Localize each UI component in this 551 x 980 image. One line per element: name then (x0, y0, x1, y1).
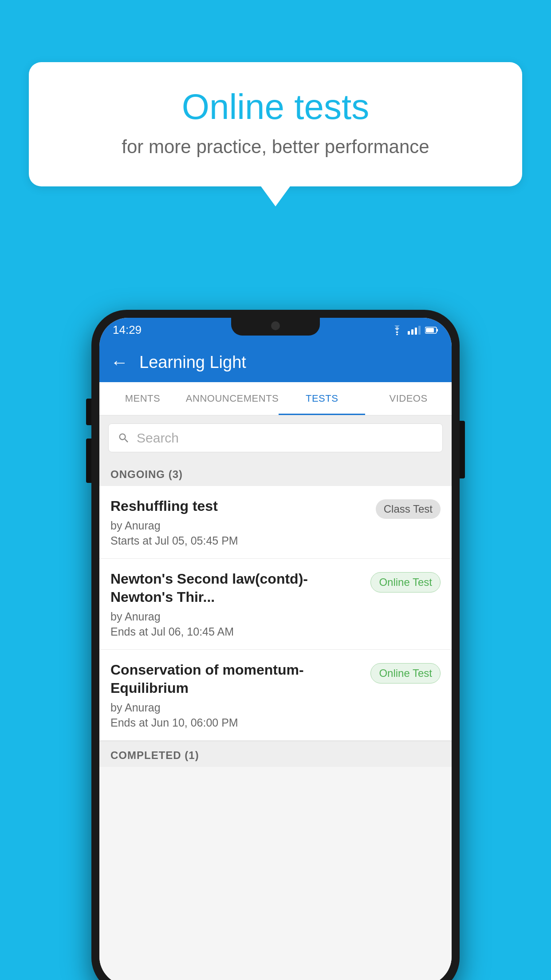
completed-section-header: COMPLETED (1) (99, 741, 452, 767)
test-title-1: Reshuffling test (110, 497, 367, 516)
back-button[interactable]: ← (110, 352, 128, 372)
test-time-1: Starts at Jul 05, 05:45 PM (110, 534, 367, 547)
tab-videos[interactable]: VIDEOS (365, 382, 452, 415)
battery-icon (425, 326, 438, 334)
phone-button-left2 (86, 439, 91, 483)
content-list: ONGOING (3) Reshuffling test by Anurag S… (99, 460, 452, 980)
test-info-3: Conservation of momentum-Equilibrium by … (110, 661, 370, 729)
search-icon (118, 432, 130, 444)
status-icons (391, 325, 438, 335)
badge-class-test: Class Test (376, 499, 441, 519)
speech-bubble: Online tests for more practice, better p… (29, 62, 522, 186)
app-title: Learning Light (139, 353, 246, 372)
tab-announcements[interactable]: ANNOUNCEMENTS (186, 382, 279, 415)
wifi-icon (391, 325, 403, 335)
search-bar[interactable]: Search (108, 423, 443, 452)
phone-frame: 14:29 (91, 310, 460, 980)
test-item-conservation[interactable]: Conservation of momentum-Equilibrium by … (99, 650, 452, 741)
phone-screen: 14:29 (99, 318, 452, 980)
app-bar: ← Learning Light (99, 342, 452, 382)
phone-button-left1 (86, 399, 91, 425)
svg-rect-3 (426, 328, 434, 332)
phone-notch (231, 318, 320, 336)
test-info-2: Newton's Second law(contd)-Newton's Thir… (110, 570, 370, 638)
bubble-subtitle: for more practice, better performance (60, 136, 491, 158)
badge-online-test-2: Online Test (370, 663, 441, 684)
test-info-1: Reshuffling test by Anurag Starts at Jul… (110, 497, 376, 547)
test-item-reshuffling[interactable]: Reshuffling test by Anurag Starts at Jul… (99, 486, 452, 559)
test-time-2: Ends at Jul 06, 10:45 AM (110, 625, 362, 638)
search-placeholder: Search (137, 431, 179, 446)
test-by-1: by Anurag (110, 519, 367, 532)
tab-ments[interactable]: MENTS (99, 382, 186, 415)
ongoing-section-header: ONGOING (3) (99, 460, 452, 486)
svg-rect-2 (437, 329, 438, 332)
test-item-newtons[interactable]: Newton's Second law(contd)-Newton's Thir… (99, 559, 452, 650)
phone-camera (271, 321, 280, 330)
search-container: Search (99, 415, 452, 460)
status-time: 14:29 (113, 323, 142, 337)
phone-button-right (460, 421, 465, 478)
test-title-2: Newton's Second law(contd)-Newton's Thir… (110, 570, 362, 607)
bubble-title: Online tests (60, 87, 491, 127)
tab-tests[interactable]: TESTS (279, 382, 365, 415)
test-by-3: by Anurag (110, 701, 362, 714)
tab-bar: MENTS ANNOUNCEMENTS TESTS VIDEOS (99, 382, 452, 415)
test-time-3: Ends at Jun 10, 06:00 PM (110, 716, 362, 729)
signal-icon (408, 326, 421, 335)
test-title-3: Conservation of momentum-Equilibrium (110, 661, 362, 698)
test-by-2: by Anurag (110, 610, 362, 623)
badge-online-test-1: Online Test (370, 572, 441, 593)
svg-point-0 (396, 334, 398, 335)
